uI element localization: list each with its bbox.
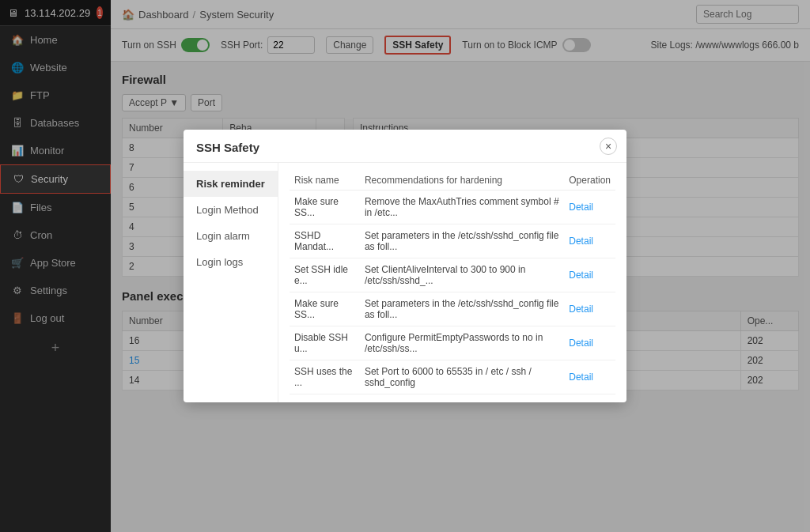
modal-overlay[interactable]: SSH Safety × Risk reminder Login Method … bbox=[0, 0, 810, 532]
modal-body: Risk reminder Login Method Login alarm L… bbox=[184, 163, 626, 402]
risk-recommendation: Configure PermitEmptyPasswords to no in … bbox=[360, 326, 564, 360]
risk-name: Make sure SS... bbox=[290, 191, 360, 224]
risk-name: SSHD Mandat... bbox=[290, 224, 360, 258]
table-row: Set SSH idle e... Set ClientAliveInterva… bbox=[290, 258, 615, 292]
risk-name: Make sure SS... bbox=[290, 292, 360, 326]
nav-login-logs[interactable]: Login logs bbox=[184, 249, 278, 275]
modal-close-button[interactable]: × bbox=[600, 138, 617, 155]
risk-col-recommendation: Recommendations for hardening bbox=[360, 171, 564, 191]
nav-login-method[interactable]: Login Method bbox=[184, 197, 278, 223]
detail-link[interactable]: Detail bbox=[569, 372, 593, 383]
table-row: Make sure SS... Set parameters in the /e… bbox=[290, 292, 615, 326]
risk-name: Set SSH idle e... bbox=[290, 258, 360, 292]
table-row: Make sure SS... Remove the MaxAuthTries … bbox=[290, 191, 615, 224]
modal-risk-table-container: Risk name Recommendations for hardening … bbox=[278, 163, 626, 402]
risk-recommendation: Set ClientAliveInterval to 300 to 900 in… bbox=[360, 258, 564, 292]
table-row: SSHD Mandat... Set parameters in the /et… bbox=[290, 224, 615, 258]
risk-recommendation: Set parameters in the /etc/ssh/sshd_conf… bbox=[360, 292, 564, 326]
table-row: Disable SSH u... Configure PermitEmptyPa… bbox=[290, 326, 615, 360]
detail-link[interactable]: Detail bbox=[569, 338, 593, 349]
risk-name: SSH uses the ... bbox=[290, 360, 360, 394]
table-row: SSH uses the ... Set Port to 6000 to 655… bbox=[290, 360, 615, 394]
risk-name: Disable SSH u... bbox=[290, 326, 360, 360]
ssh-safety-modal: SSH Safety × Risk reminder Login Method … bbox=[184, 130, 626, 402]
detail-link[interactable]: Detail bbox=[569, 202, 593, 213]
risk-col-operation: Operation bbox=[564, 171, 615, 191]
modal-header: SSH Safety bbox=[184, 130, 626, 163]
nav-login-alarm[interactable]: Login alarm bbox=[184, 223, 278, 249]
modal-title: SSH Safety bbox=[196, 141, 259, 154]
risk-recommendation: Remove the MaxAuthTries comment symbol #… bbox=[360, 191, 564, 224]
risk-table: Risk name Recommendations for hardening … bbox=[290, 171, 615, 394]
risk-col-name: Risk name bbox=[290, 171, 360, 191]
risk-recommendation: Set parameters in the /etc/ssh/sshd_conf… bbox=[360, 224, 564, 258]
nav-risk-reminder[interactable]: Risk reminder bbox=[184, 171, 278, 197]
modal-nav: Risk reminder Login Method Login alarm L… bbox=[184, 163, 278, 402]
risk-recommendation: Set Port to 6000 to 65535 in / etc / ssh… bbox=[360, 360, 564, 394]
detail-link[interactable]: Detail bbox=[569, 270, 593, 281]
detail-link[interactable]: Detail bbox=[569, 304, 593, 315]
detail-link[interactable]: Detail bbox=[569, 236, 593, 247]
